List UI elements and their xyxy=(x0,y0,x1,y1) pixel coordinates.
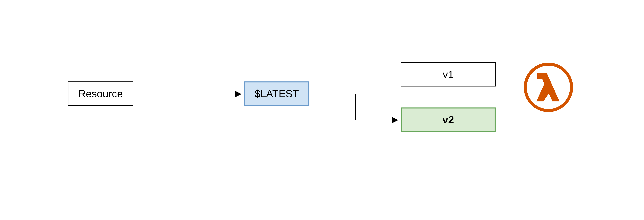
node-resource: Resource xyxy=(68,81,133,106)
node-resource-label: Resource xyxy=(78,88,123,100)
node-latest-label: $LATEST xyxy=(254,88,299,100)
node-v2: v2 xyxy=(401,107,496,132)
aws-lambda-icon xyxy=(523,62,574,113)
node-v1-label: v1 xyxy=(443,68,454,80)
node-v2-label: v2 xyxy=(442,114,454,126)
arrow-resource-to-latest xyxy=(133,91,244,97)
arrow-latest-to-v2 xyxy=(310,93,401,123)
node-v1: v1 xyxy=(401,62,496,87)
node-latest: $LATEST xyxy=(244,81,310,106)
